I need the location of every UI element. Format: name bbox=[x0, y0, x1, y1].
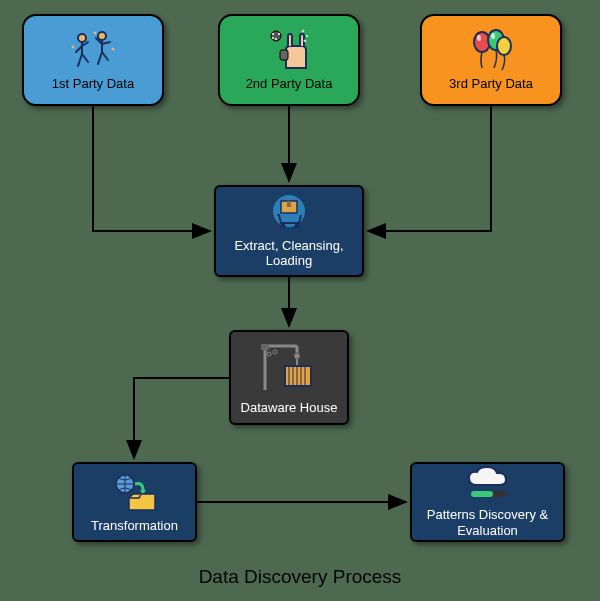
svg-point-4 bbox=[272, 33, 274, 35]
svg-point-7 bbox=[272, 37, 274, 39]
dancers-icon bbox=[68, 28, 118, 72]
balloons-icon bbox=[466, 28, 516, 72]
svg-point-13 bbox=[491, 33, 495, 39]
node-label: 3rd Party Data bbox=[449, 76, 533, 92]
svg-rect-16 bbox=[287, 201, 291, 207]
svg-point-22 bbox=[267, 352, 271, 356]
node-first-party: 1st Party Data bbox=[22, 14, 164, 106]
node-second-party: 2nd Party Data bbox=[218, 14, 360, 106]
node-patterns: Patterns Discovery & Evaluation bbox=[410, 462, 565, 542]
svg-rect-8 bbox=[280, 50, 288, 60]
cloud-bar-icon bbox=[461, 465, 515, 503]
node-label: Patterns Discovery & Evaluation bbox=[418, 507, 557, 538]
svg-point-20 bbox=[294, 353, 300, 359]
node-third-party: 3rd Party Data bbox=[420, 14, 562, 106]
svg-point-17 bbox=[281, 224, 286, 229]
globe-folder-icon bbox=[111, 470, 159, 514]
svg-point-5 bbox=[278, 33, 280, 35]
node-label: Extract, Cleansing, Loading bbox=[222, 238, 356, 269]
node-transformation: Transformation bbox=[72, 462, 197, 542]
svg-point-23 bbox=[273, 350, 277, 354]
svg-point-6 bbox=[275, 38, 277, 40]
rock-hand-icon bbox=[264, 28, 314, 72]
svg-point-18 bbox=[295, 224, 300, 229]
svg-point-12 bbox=[477, 35, 481, 41]
svg-point-1 bbox=[78, 34, 86, 42]
node-label: Dataware House bbox=[241, 400, 338, 416]
cart-box-icon bbox=[267, 193, 311, 234]
diagram-title: Data Discovery Process bbox=[0, 566, 600, 588]
node-label: 1st Party Data bbox=[52, 76, 134, 92]
node-datawarehouse: Dataware House bbox=[229, 330, 349, 425]
crane-container-icon bbox=[259, 340, 319, 396]
node-label: Transformation bbox=[91, 518, 178, 534]
svg-rect-19 bbox=[261, 344, 269, 350]
node-extract: Extract, Cleansing, Loading bbox=[214, 185, 364, 277]
svg-point-2 bbox=[98, 32, 106, 40]
svg-rect-27 bbox=[471, 491, 493, 497]
node-label: 2nd Party Data bbox=[246, 76, 333, 92]
svg-point-11 bbox=[497, 37, 511, 55]
